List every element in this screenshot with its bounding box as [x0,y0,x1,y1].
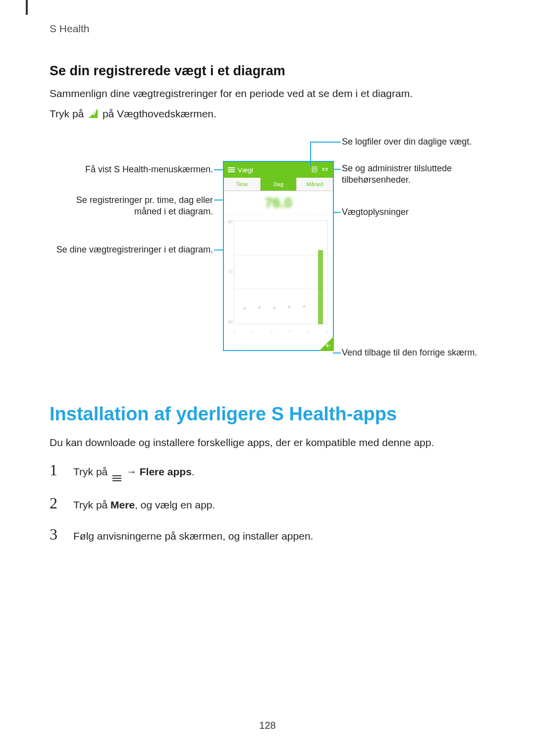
step-text: Tryk på Mere, og vælg en app. [73,499,215,511]
step-post: , og vælg en app. [135,499,215,510]
main-heading: Installation af yderligere S Health-apps [50,403,485,425]
leader-line [333,353,341,353]
leader-line [214,250,223,251]
instruction-post: på Vægthovedskærmen. [103,108,216,119]
leader-line [333,169,341,170]
step-1: 1 Tryk på → Flere apps. [50,461,485,481]
phone-title: Vægt [238,166,253,174]
weight-value: 76.0 [224,191,333,215]
step-pre: Tryk på [73,466,110,477]
menu-icon[interactable] [228,167,235,172]
svg-marker-0 [89,108,98,117]
tab-dag[interactable]: Dag [261,178,297,191]
section-instruction: Tryk på på Vægthovedskærmen. [50,106,485,124]
step-text: Følg anvisningerne på skærmen, og instal… [73,530,313,542]
page-number: 128 [0,720,535,731]
step-suffix: . [192,466,195,477]
step-bold: Flere apps [140,466,192,477]
callout-weight: Vægtoplysninger [342,206,485,218]
page-tab-mark [26,0,28,15]
chart-icon [88,107,99,124]
section-intro: Sammenlign dine vægtregistreringer for e… [50,86,485,102]
step-number: 3 [50,525,63,544]
tab-time[interactable]: Time [224,178,261,191]
tab-maned[interactable]: Måned [297,178,333,191]
step-3: 3 Følg anvisningerne på skærmen, og inst… [50,525,485,544]
leader-line [310,142,311,165]
callout-menu: Få vist S Health-menuskærmen. [50,164,213,175]
link-icon[interactable] [321,166,329,174]
step-number: 1 [50,461,63,479]
annotated-diagram: Vægt Time Dag Måned 76.0 907050 [50,136,485,384]
arrow-icon: → [126,466,137,477]
step-2: 2 Tryk på Mere, og vælg en app. [50,494,485,512]
leader-line [333,212,341,213]
callout-accessory: Se og administrer tilsluttede tilbehørse… [342,163,485,186]
section2-intro: Du kan downloade og installere forskelli… [50,435,485,451]
weight-chart: 907050 •••••• [224,215,333,339]
header-app-name: S Health [50,23,485,35]
log-icon[interactable] [311,166,318,174]
phone-tabs: Time Dag Måned [224,178,333,191]
phone-mock: Vægt Time Dag Måned 76.0 907050 [223,161,334,351]
callout-tabs: Se registreringer pr. time, dag eller må… [50,195,213,218]
callout-log: Se logfiler over din daglige vægt. [342,136,490,148]
steps-list: 1 Tryk på → Flere apps. 2 Tryk på Mere, … [50,461,485,544]
step-text: Tryk på → Flere apps. [73,466,195,481]
callout-chart: Se dine vægtregistreringer i et diagram. [50,244,213,255]
menu-icon [112,475,121,481]
step-pre: Tryk på [73,499,110,510]
leader-line [310,142,341,143]
leader-line [214,200,223,201]
leader-line [214,169,223,170]
step-bold: Mere [110,499,135,510]
step-number: 2 [50,494,63,512]
section-title: Se din registrerede vægt i et diagram [50,63,485,79]
callout-back: Vend tilbage til den forrige skærm. [342,347,490,358]
phone-titlebar[interactable]: Vægt [224,162,333,178]
instruction-pre: Tryk på [50,108,87,119]
